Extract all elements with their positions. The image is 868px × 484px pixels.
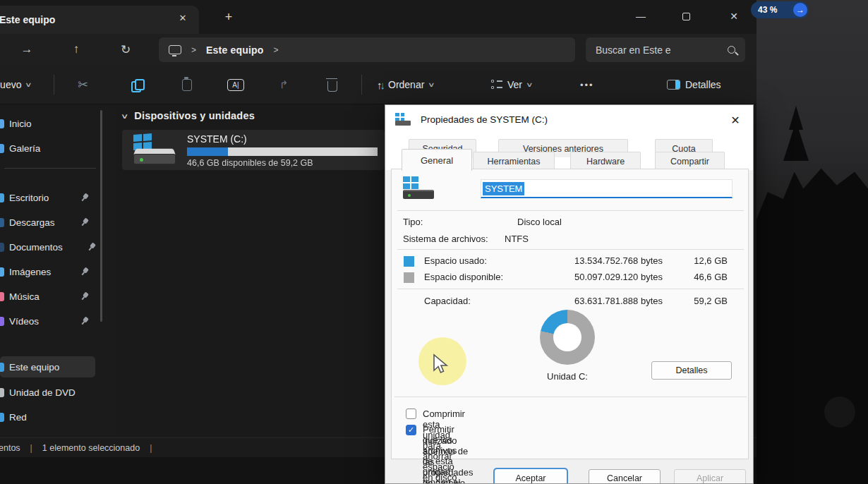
properties-dialog: Propiedades de SYSTEM (C:) ✕ Seguridad V… xyxy=(385,104,754,484)
type-label: Tipo: xyxy=(403,217,423,227)
sidebar-item-musica[interactable]: Música xyxy=(0,286,106,307)
dvd-drive-icon xyxy=(0,388,4,397)
sidebar-item-red[interactable]: Red xyxy=(0,406,106,428)
sidebar-item-este-equipo[interactable]: Este equipo xyxy=(0,356,95,377)
ok-button[interactable]: Aceptar xyxy=(495,469,567,484)
used-space-label: Espacio usado: xyxy=(424,255,487,266)
details-pane-button[interactable]: Detalles xyxy=(667,65,721,104)
copy-button[interactable] xyxy=(131,65,143,104)
divider: | xyxy=(30,443,32,453)
apply-button-disabled[interactable]: Aplicar xyxy=(674,469,746,484)
filesystem-row: Sistema de archivos: NTFS xyxy=(392,234,748,246)
capacity-bytes: 63.631.781.888 bytes xyxy=(522,296,663,306)
tab-herramientas[interactable]: Herramientas xyxy=(473,152,555,170)
donut-label: Unidad C: xyxy=(522,371,613,382)
sidebar-item-videos[interactable]: Vídeos xyxy=(0,310,106,332)
videos-icon xyxy=(0,317,4,326)
this-pc-icon xyxy=(169,45,181,54)
check-icon: ✓ xyxy=(408,425,414,435)
breadcrumb[interactable]: Este equipo xyxy=(206,44,264,56)
share-button[interactable]: ↱ xyxy=(279,65,289,104)
search-placeholder: Buscar en Este e xyxy=(596,44,671,56)
pin-icon xyxy=(79,192,91,204)
cancel-button[interactable]: Cancelar xyxy=(589,469,661,484)
sort-button[interactable]: ↑↓ Ordenar ∨ xyxy=(377,65,434,104)
share-icon: ↱ xyxy=(279,78,289,91)
search-icon xyxy=(728,46,735,54)
tab-bar: Este equipo ✕ + — ✕ xyxy=(0,0,757,34)
delete-button[interactable] xyxy=(327,65,337,104)
more-options-button[interactable]: ••• xyxy=(580,65,594,104)
address-bar[interactable]: > Este equipo > xyxy=(159,37,575,62)
minimize-button[interactable]: — xyxy=(625,3,656,30)
chevron-right-icon: > xyxy=(191,45,196,55)
recording-progress-pill: 43 % → xyxy=(751,1,809,18)
wallpaper-moon xyxy=(824,397,855,428)
used-space-swatch xyxy=(404,256,414,267)
tree-silhouette xyxy=(783,121,809,161)
tab-hardware[interactable]: Hardware xyxy=(570,152,641,170)
dialog-title: Propiedades de SYSTEM (C:) xyxy=(421,114,548,125)
arrow-circle-icon[interactable]: → xyxy=(793,3,807,17)
sidebar-item-descargas[interactable]: Descargas xyxy=(0,212,106,233)
view-icon xyxy=(491,80,502,90)
compress-checkbox[interactable] xyxy=(406,409,416,419)
dialog-title-bar: Propiedades de SYSTEM (C:) ✕ xyxy=(385,105,753,133)
forward-button[interactable]: → xyxy=(13,34,41,65)
maximize-button[interactable] xyxy=(670,3,701,30)
capacity-label: Capacidad: xyxy=(424,296,471,306)
sidebar-item-galeria[interactable]: Galería xyxy=(0,138,106,159)
drive-name-input[interactable]: SYSTEM xyxy=(481,179,733,198)
chevron-down-icon: ∨ xyxy=(428,81,435,88)
selected-text: SYSTEM xyxy=(483,182,524,195)
windows-logo-icon xyxy=(403,176,418,189)
disk-usage-donut-chart xyxy=(540,310,595,365)
sidebar-item-imagenes[interactable]: Imágenes xyxy=(0,261,106,282)
section-header[interactable]: ∨ Dispositivos y unidades xyxy=(122,110,255,121)
used-space-row: Espacio usado: 13.534.752.768 bytes 12,6… xyxy=(392,255,748,267)
search-input[interactable]: Buscar en Este e xyxy=(586,37,745,62)
free-space-swatch xyxy=(404,272,414,283)
home-icon xyxy=(0,119,4,128)
tab-close-button[interactable]: ✕ xyxy=(175,10,191,25)
sidebar-item-documentos[interactable]: Documentos xyxy=(0,236,106,258)
pin-icon xyxy=(79,217,91,229)
desktop-wallpaper xyxy=(757,0,868,484)
divider xyxy=(397,210,744,211)
sidebar-item-escritorio[interactable]: Escritorio xyxy=(0,187,106,208)
divider xyxy=(361,75,362,95)
divider xyxy=(394,397,747,397)
tab-este-equipo[interactable]: Este equipo xyxy=(0,6,199,34)
cut-button[interactable]: ✂ xyxy=(78,65,88,104)
sidebar-scrollbar[interactable] xyxy=(100,110,102,322)
refresh-button[interactable]: ↻ xyxy=(111,34,140,65)
details-button[interactable]: Detalles xyxy=(651,361,732,380)
dialog-close-button[interactable]: ✕ xyxy=(728,112,743,128)
tab-general[interactable]: General xyxy=(402,149,472,171)
new-button[interactable]: Nuevo ∨ xyxy=(0,65,31,104)
filesystem-value: NTFS xyxy=(505,234,529,244)
up-button[interactable]: ↑ xyxy=(62,34,90,65)
tab-compartir[interactable]: Compartir xyxy=(655,152,725,170)
new-tab-button[interactable]: + xyxy=(220,8,237,25)
screen: Este equipo ✕ + — ✕ → ↑ ↻ > Este equipo … xyxy=(0,0,868,484)
rename-button[interactable]: A| xyxy=(227,65,244,104)
view-button[interactable]: Ver ∨ xyxy=(491,65,532,104)
divider xyxy=(54,75,54,95)
downloads-icon xyxy=(0,218,4,227)
sidebar-item-unidad-dvd[interactable]: Unidad de DVD xyxy=(0,382,106,403)
index-checkbox[interactable]: ✓ xyxy=(406,425,416,435)
mountain-silhouette xyxy=(757,145,868,484)
drive-item-system-c[interactable]: SYSTEM (C:) 46,6 GB disponibles de 59,2 … xyxy=(122,130,385,170)
paste-button[interactable] xyxy=(182,65,192,104)
drive-led xyxy=(140,158,143,162)
pin-icon xyxy=(79,266,91,278)
item-count-fragment: entos xyxy=(0,443,20,453)
type-row: Tipo: Disco local xyxy=(392,217,748,229)
general-tab-page: SYSTEM Tipo: Disco local Sistema de arch… xyxy=(391,169,749,459)
pictures-icon xyxy=(0,267,4,277)
close-button[interactable]: ✕ xyxy=(718,3,749,30)
navigation-bar: → ↑ ↻ > Este equipo > Buscar en Este e xyxy=(0,34,757,65)
free-space-gb: 46,6 GB xyxy=(671,272,728,282)
sidebar-item-inicio[interactable]: Inicio xyxy=(0,113,106,134)
